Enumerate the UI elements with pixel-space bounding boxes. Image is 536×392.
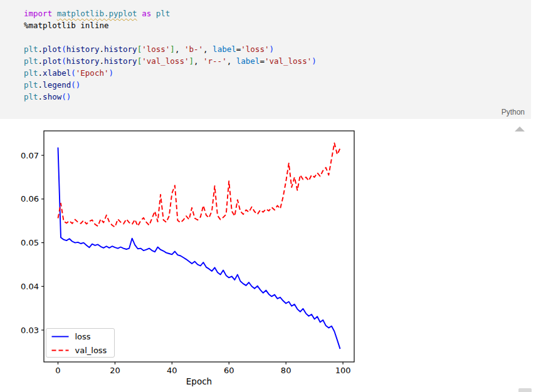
code-token: plt	[24, 80, 38, 90]
language-label[interactable]: Python	[502, 108, 525, 116]
code-token: %matplotlib inline	[24, 21, 108, 30]
code-token: legend	[43, 80, 71, 90]
code-token: (	[61, 56, 66, 66]
code-cell: import matplotlib.pyplot as plt%matplotl…	[0, 0, 531, 119]
code-token: 'r--'	[203, 56, 227, 66]
code-line[interactable]: plt.legend()	[24, 79, 531, 91]
legend-label-loss: loss	[75, 332, 91, 341]
code-token: plt	[24, 92, 38, 101]
code-token: 'val_loss'	[265, 56, 312, 66]
scroll-up-icon[interactable]	[515, 126, 525, 132]
legend-label-val_loss: val_loss	[75, 346, 107, 355]
svg-text:80: 80	[281, 366, 292, 375]
code-token: .	[38, 80, 43, 90]
code-line[interactable]: import matplotlib.pyplot as plt	[24, 8, 531, 19]
svg-text:0.03: 0.03	[21, 326, 39, 335]
code-token: .	[38, 68, 43, 78]
code-token: plt	[24, 68, 38, 78]
code-token: import	[24, 9, 52, 18]
code-token: .	[38, 56, 43, 66]
loss-chart: 0204060801000.030.040.050.060.07lossval_…	[0, 119, 536, 392]
code-line[interactable]: plt.show()	[24, 91, 531, 103]
code-token: ,	[227, 56, 236, 66]
output-area: 0204060801000.030.040.050.060.07lossval_…	[0, 119, 536, 392]
svg-text:0.06: 0.06	[21, 194, 39, 204]
code-token: history	[104, 44, 137, 54]
code-token: plt	[156, 9, 171, 18]
code-token: 'b-'	[184, 44, 203, 54]
code-token: ]	[189, 56, 194, 66]
code-token: 'loss'	[142, 44, 170, 54]
code-line[interactable]: plt.xlabel('Epoch')	[24, 67, 531, 79]
code-token: )	[312, 56, 317, 66]
svg-text:20: 20	[110, 366, 120, 375]
code-token: .	[38, 92, 43, 101]
code-token: plt	[24, 56, 38, 66]
x-axis: 020406080100	[55, 362, 350, 375]
code-token: history	[104, 56, 137, 66]
code-token: as	[142, 9, 151, 18]
chart-legend: lossval_loss	[46, 329, 115, 358]
code-token: (	[71, 80, 76, 90]
code-token: ,	[194, 56, 203, 66]
code-token: 'val_loss'	[142, 56, 189, 66]
y-axis: 0.030.040.050.060.07	[21, 151, 44, 335]
code-token: 'loss'	[241, 44, 269, 54]
code-token: .	[99, 44, 104, 54]
scroll-down-icon[interactable]	[518, 388, 532, 392]
code-token: xlabel	[43, 68, 71, 78]
code-token: history	[66, 44, 100, 54]
code-token: (	[71, 68, 76, 78]
code-token: history	[66, 56, 100, 66]
code-token: ,	[203, 44, 213, 54]
svg-text:0: 0	[55, 366, 60, 375]
code-line[interactable]: %matplotlib inline	[24, 19, 531, 31]
code-token: .	[38, 44, 43, 54]
code-token: (	[61, 44, 66, 54]
x-axis-label: Epoch	[186, 376, 212, 386]
code-token: )	[108, 68, 113, 78]
code-line[interactable]	[24, 31, 531, 43]
code-token: 'Epoch'	[76, 68, 109, 78]
code-token: plot	[43, 56, 61, 66]
code-token: label	[213, 44, 236, 54]
code-token: plt	[24, 44, 38, 54]
svg-text:0.07: 0.07	[21, 151, 39, 160]
svg-text:40: 40	[167, 366, 177, 375]
svg-text:0.05: 0.05	[21, 238, 39, 247]
svg-text:100: 100	[335, 366, 351, 375]
code-token: .	[99, 56, 104, 66]
code-token: show	[43, 92, 61, 101]
svg-text:60: 60	[224, 366, 234, 375]
code-token: )	[76, 80, 81, 90]
code-token: ]	[170, 44, 175, 54]
code-token: =	[260, 56, 265, 66]
code-token	[151, 9, 156, 18]
code-token: )	[269, 44, 274, 54]
code-line[interactable]: plt.plot(history.history['val_loss'], 'r…	[24, 55, 531, 67]
code-token	[52, 9, 57, 18]
code-token: label	[236, 56, 260, 66]
code-token: matplotlib.pyplot	[57, 9, 137, 18]
code-line[interactable]: plt.plot(history.history['loss'], 'b-', …	[24, 43, 531, 55]
code-token: (	[61, 92, 66, 101]
svg-text:0.04: 0.04	[21, 282, 39, 291]
code-editor[interactable]: import matplotlib.pyplot as plt%matplotl…	[0, 0, 531, 103]
code-token: plot	[43, 44, 61, 54]
code-token: ,	[175, 44, 184, 54]
code-token: )	[66, 92, 71, 101]
